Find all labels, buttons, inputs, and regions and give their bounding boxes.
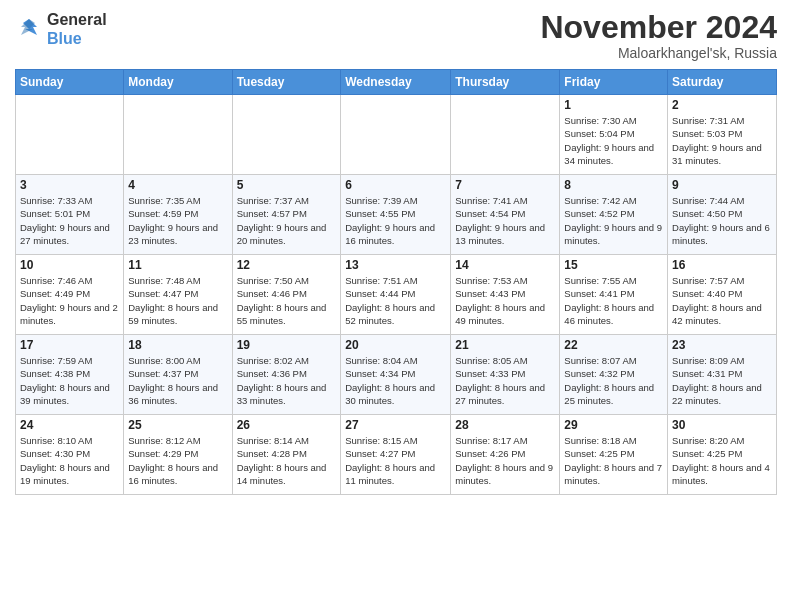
calendar-cell: 25Sunrise: 8:12 AM Sunset: 4:29 PM Dayli…	[124, 415, 232, 495]
day-info: Sunrise: 8:00 AM Sunset: 4:37 PM Dayligh…	[128, 354, 227, 407]
calendar-header-row: SundayMondayTuesdayWednesdayThursdayFrid…	[16, 70, 777, 95]
weekday-header: Tuesday	[232, 70, 341, 95]
calendar-cell: 7Sunrise: 7:41 AM Sunset: 4:54 PM Daylig…	[451, 175, 560, 255]
day-number: 17	[20, 338, 119, 352]
calendar-cell: 22Sunrise: 8:07 AM Sunset: 4:32 PM Dayli…	[560, 335, 668, 415]
calendar-cell	[451, 95, 560, 175]
day-info: Sunrise: 8:09 AM Sunset: 4:31 PM Dayligh…	[672, 354, 772, 407]
calendar-cell	[341, 95, 451, 175]
calendar-cell: 20Sunrise: 8:04 AM Sunset: 4:34 PM Dayli…	[341, 335, 451, 415]
calendar-cell: 13Sunrise: 7:51 AM Sunset: 4:44 PM Dayli…	[341, 255, 451, 335]
calendar-cell: 6Sunrise: 7:39 AM Sunset: 4:55 PM Daylig…	[341, 175, 451, 255]
day-number: 11	[128, 258, 227, 272]
calendar-cell	[16, 95, 124, 175]
day-number: 24	[20, 418, 119, 432]
weekday-header: Friday	[560, 70, 668, 95]
calendar-cell: 21Sunrise: 8:05 AM Sunset: 4:33 PM Dayli…	[451, 335, 560, 415]
calendar-cell: 4Sunrise: 7:35 AM Sunset: 4:59 PM Daylig…	[124, 175, 232, 255]
calendar-cell: 19Sunrise: 8:02 AM Sunset: 4:36 PM Dayli…	[232, 335, 341, 415]
logo-text: General Blue	[47, 10, 107, 48]
day-number: 5	[237, 178, 337, 192]
weekday-header: Thursday	[451, 70, 560, 95]
day-number: 13	[345, 258, 446, 272]
day-number: 3	[20, 178, 119, 192]
calendar-table: SundayMondayTuesdayWednesdayThursdayFrid…	[15, 69, 777, 495]
calendar-cell: 24Sunrise: 8:10 AM Sunset: 4:30 PM Dayli…	[16, 415, 124, 495]
calendar-cell: 16Sunrise: 7:57 AM Sunset: 4:40 PM Dayli…	[668, 255, 777, 335]
day-number: 19	[237, 338, 337, 352]
calendar-cell: 9Sunrise: 7:44 AM Sunset: 4:50 PM Daylig…	[668, 175, 777, 255]
calendar-cell: 30Sunrise: 8:20 AM Sunset: 4:25 PM Dayli…	[668, 415, 777, 495]
calendar-cell: 1Sunrise: 7:30 AM Sunset: 5:04 PM Daylig…	[560, 95, 668, 175]
day-number: 25	[128, 418, 227, 432]
calendar-cell: 11Sunrise: 7:48 AM Sunset: 4:47 PM Dayli…	[124, 255, 232, 335]
day-info: Sunrise: 7:42 AM Sunset: 4:52 PM Dayligh…	[564, 194, 663, 247]
day-info: Sunrise: 8:18 AM Sunset: 4:25 PM Dayligh…	[564, 434, 663, 487]
day-number: 8	[564, 178, 663, 192]
day-number: 6	[345, 178, 446, 192]
day-info: Sunrise: 7:33 AM Sunset: 5:01 PM Dayligh…	[20, 194, 119, 247]
day-number: 4	[128, 178, 227, 192]
calendar-cell: 26Sunrise: 8:14 AM Sunset: 4:28 PM Dayli…	[232, 415, 341, 495]
day-info: Sunrise: 7:39 AM Sunset: 4:55 PM Dayligh…	[345, 194, 446, 247]
calendar-cell: 29Sunrise: 8:18 AM Sunset: 4:25 PM Dayli…	[560, 415, 668, 495]
day-number: 7	[455, 178, 555, 192]
calendar-cell: 8Sunrise: 7:42 AM Sunset: 4:52 PM Daylig…	[560, 175, 668, 255]
weekday-header: Sunday	[16, 70, 124, 95]
day-info: Sunrise: 7:30 AM Sunset: 5:04 PM Dayligh…	[564, 114, 663, 167]
calendar-cell	[124, 95, 232, 175]
day-info: Sunrise: 8:15 AM Sunset: 4:27 PM Dayligh…	[345, 434, 446, 487]
day-number: 28	[455, 418, 555, 432]
day-number: 15	[564, 258, 663, 272]
day-info: Sunrise: 7:50 AM Sunset: 4:46 PM Dayligh…	[237, 274, 337, 327]
day-info: Sunrise: 7:44 AM Sunset: 4:50 PM Dayligh…	[672, 194, 772, 247]
day-number: 30	[672, 418, 772, 432]
day-info: Sunrise: 7:35 AM Sunset: 4:59 PM Dayligh…	[128, 194, 227, 247]
weekday-header: Monday	[124, 70, 232, 95]
day-number: 26	[237, 418, 337, 432]
day-number: 18	[128, 338, 227, 352]
day-number: 29	[564, 418, 663, 432]
day-info: Sunrise: 7:31 AM Sunset: 5:03 PM Dayligh…	[672, 114, 772, 167]
day-number: 9	[672, 178, 772, 192]
day-number: 1	[564, 98, 663, 112]
day-info: Sunrise: 7:48 AM Sunset: 4:47 PM Dayligh…	[128, 274, 227, 327]
calendar-cell: 14Sunrise: 7:53 AM Sunset: 4:43 PM Dayli…	[451, 255, 560, 335]
calendar-cell: 18Sunrise: 8:00 AM Sunset: 4:37 PM Dayli…	[124, 335, 232, 415]
day-number: 22	[564, 338, 663, 352]
day-info: Sunrise: 7:57 AM Sunset: 4:40 PM Dayligh…	[672, 274, 772, 327]
day-info: Sunrise: 7:51 AM Sunset: 4:44 PM Dayligh…	[345, 274, 446, 327]
weekday-header: Wednesday	[341, 70, 451, 95]
day-info: Sunrise: 8:04 AM Sunset: 4:34 PM Dayligh…	[345, 354, 446, 407]
calendar-cell: 5Sunrise: 7:37 AM Sunset: 4:57 PM Daylig…	[232, 175, 341, 255]
day-number: 27	[345, 418, 446, 432]
day-info: Sunrise: 8:07 AM Sunset: 4:32 PM Dayligh…	[564, 354, 663, 407]
day-info: Sunrise: 7:46 AM Sunset: 4:49 PM Dayligh…	[20, 274, 119, 327]
calendar-cell	[232, 95, 341, 175]
day-number: 14	[455, 258, 555, 272]
day-info: Sunrise: 7:37 AM Sunset: 4:57 PM Dayligh…	[237, 194, 337, 247]
day-info: Sunrise: 8:12 AM Sunset: 4:29 PM Dayligh…	[128, 434, 227, 487]
calendar-cell: 17Sunrise: 7:59 AM Sunset: 4:38 PM Dayli…	[16, 335, 124, 415]
day-info: Sunrise: 7:59 AM Sunset: 4:38 PM Dayligh…	[20, 354, 119, 407]
day-info: Sunrise: 7:55 AM Sunset: 4:41 PM Dayligh…	[564, 274, 663, 327]
day-info: Sunrise: 8:14 AM Sunset: 4:28 PM Dayligh…	[237, 434, 337, 487]
calendar-cell: 10Sunrise: 7:46 AM Sunset: 4:49 PM Dayli…	[16, 255, 124, 335]
logo: General Blue	[15, 10, 107, 48]
day-info: Sunrise: 8:05 AM Sunset: 4:33 PM Dayligh…	[455, 354, 555, 407]
day-info: Sunrise: 8:02 AM Sunset: 4:36 PM Dayligh…	[237, 354, 337, 407]
calendar-week-row: 3Sunrise: 7:33 AM Sunset: 5:01 PM Daylig…	[16, 175, 777, 255]
calendar-cell: 12Sunrise: 7:50 AM Sunset: 4:46 PM Dayli…	[232, 255, 341, 335]
calendar-week-row: 10Sunrise: 7:46 AM Sunset: 4:49 PM Dayli…	[16, 255, 777, 335]
location: Maloarkhangel'sk, Russia	[540, 45, 777, 61]
month-title: November 2024	[540, 10, 777, 45]
calendar-week-row: 24Sunrise: 8:10 AM Sunset: 4:30 PM Dayli…	[16, 415, 777, 495]
day-info: Sunrise: 7:53 AM Sunset: 4:43 PM Dayligh…	[455, 274, 555, 327]
calendar-cell: 3Sunrise: 7:33 AM Sunset: 5:01 PM Daylig…	[16, 175, 124, 255]
weekday-header: Saturday	[668, 70, 777, 95]
day-number: 21	[455, 338, 555, 352]
day-number: 2	[672, 98, 772, 112]
calendar-cell: 27Sunrise: 8:15 AM Sunset: 4:27 PM Dayli…	[341, 415, 451, 495]
title-block: November 2024 Maloarkhangel'sk, Russia	[540, 10, 777, 61]
day-info: Sunrise: 8:20 AM Sunset: 4:25 PM Dayligh…	[672, 434, 772, 487]
